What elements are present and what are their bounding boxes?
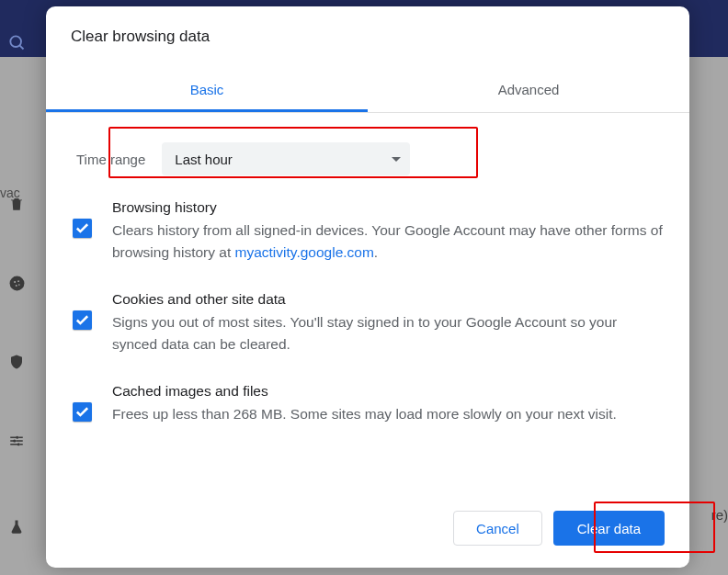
shield-icon <box>8 354 25 374</box>
bg-text-right: re) <box>711 507 728 523</box>
tab-basic[interactable]: Basic <box>46 71 368 112</box>
time-range-row: Time range Last hour <box>71 138 665 181</box>
options-list: Browsing history Clears history from all… <box>73 199 665 425</box>
option-title: Cookies and other site data <box>112 291 665 308</box>
option-description: Frees up less than 268 MB. Some sites ma… <box>112 403 665 425</box>
dialog-tabs: Basic Advanced <box>46 71 689 113</box>
clear-browsing-dialog: Clear browsing data Basic Advanced Time … <box>46 6 689 568</box>
search-icon <box>7 33 26 55</box>
option-description: Signs you out of most sites. You'll stay… <box>112 311 665 355</box>
option-cache: Cached images and files Frees up less th… <box>73 383 665 425</box>
svg-point-7 <box>16 436 18 439</box>
option-cookies: Cookies and other site data Signs you ou… <box>73 291 665 355</box>
dialog-content: Time range Last hour Browsing history Cl… <box>46 113 689 511</box>
time-range-value: Last hour <box>175 152 233 167</box>
svg-point-3 <box>14 281 16 283</box>
svg-point-5 <box>16 285 17 287</box>
checkbox-cache[interactable] <box>73 402 92 422</box>
svg-point-0 <box>10 36 21 47</box>
flask-icon <box>8 519 25 539</box>
checkbox-cookies[interactable] <box>73 310 92 330</box>
svg-point-8 <box>13 440 16 443</box>
dialog-title: Clear browsing data <box>46 6 689 46</box>
time-range-label: Time range <box>76 152 145 167</box>
svg-point-6 <box>18 284 20 286</box>
tab-advanced[interactable]: Advanced <box>368 71 689 112</box>
tune-icon <box>8 433 25 453</box>
time-range-select[interactable]: Last hour <box>162 142 410 175</box>
option-browsing-history: Browsing history Clears history from all… <box>73 199 665 264</box>
trash-icon <box>8 196 25 216</box>
chevron-down-icon <box>392 157 401 162</box>
clear-data-button[interactable]: Clear data <box>553 511 665 546</box>
cookie-icon <box>8 275 26 296</box>
dialog-actions: Cancel Clear data <box>46 511 689 568</box>
myactivity-link[interactable]: myactivity.google.com <box>235 244 374 260</box>
checkbox-browsing-history[interactable] <box>73 219 92 238</box>
option-title: Browsing history <box>112 199 665 216</box>
option-description: Clears history from all signed-in device… <box>112 220 665 264</box>
svg-line-1 <box>19 45 23 49</box>
cancel-button[interactable]: Cancel <box>453 511 542 546</box>
svg-point-9 <box>17 443 20 445</box>
svg-point-2 <box>10 276 25 291</box>
svg-point-4 <box>17 280 19 282</box>
option-title: Cached images and files <box>112 383 665 400</box>
